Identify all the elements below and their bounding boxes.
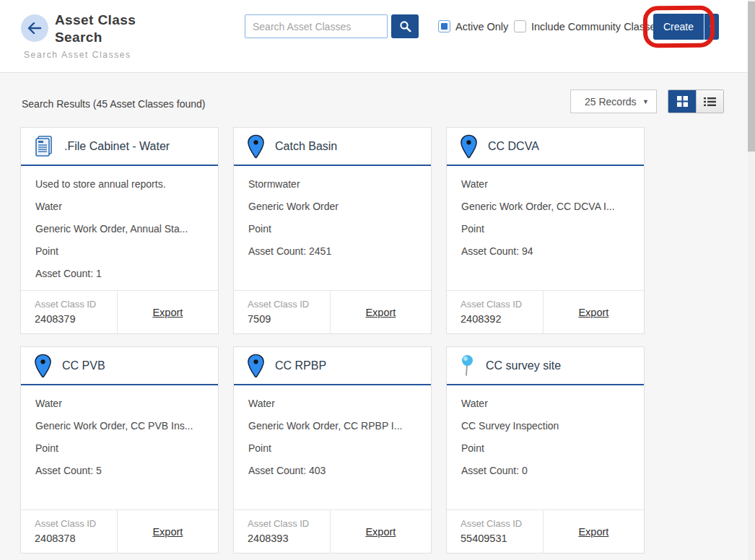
asset-class-id-value: 2408379 xyxy=(35,312,117,327)
push-pin-icon xyxy=(460,354,476,378)
map-pin-icon xyxy=(460,134,478,159)
scrollbar-thumb[interactable] xyxy=(748,1,755,152)
card-geometry: Point xyxy=(461,442,629,455)
card-domain: Water xyxy=(35,397,204,410)
card-header: CC RPBP xyxy=(234,347,431,385)
asset-class-id-cell: Asset Class ID 2408393 xyxy=(234,510,331,553)
card-asset-count: Asset Count: 2451 xyxy=(248,245,416,258)
card-templates: Generic Work Order, CC RPBP I... xyxy=(248,419,416,432)
asset-class-card[interactable]: .File Cabinet - Water Used to store annu… xyxy=(20,127,219,334)
records-select-value: 25 Records xyxy=(585,96,637,108)
card-domain: Stormwater xyxy=(248,178,416,191)
card-title: CC PVB xyxy=(62,359,105,372)
asset-class-id-label: Asset Class ID xyxy=(35,297,117,312)
card-asset-count: Asset Count: 1 xyxy=(35,267,204,280)
view-toggle xyxy=(668,89,724,113)
create-dropdown-button[interactable]: ▼ xyxy=(704,14,719,40)
export-cell: Export xyxy=(544,291,644,333)
page-title: Asset Class Search xyxy=(55,12,149,46)
export-link[interactable]: Export xyxy=(365,307,396,318)
card-header: .File Cabinet - Water xyxy=(21,128,218,166)
map-pin-icon xyxy=(247,354,265,378)
card-body: Used to store annual reports. Water Gene… xyxy=(21,166,218,290)
card-domain: Water xyxy=(461,178,629,191)
include-community-label: Include Community Classes xyxy=(531,21,661,32)
export-cell: Export xyxy=(331,510,431,553)
asset-class-id-value: 2408378 xyxy=(35,531,117,546)
search-input[interactable] xyxy=(245,14,388,38)
map-pin-icon xyxy=(247,134,265,159)
card-footer: Asset Class ID 55409531 Export xyxy=(447,509,644,553)
asset-class-id-value: 55409531 xyxy=(461,531,543,546)
asset-class-card[interactable]: CC survey site Water CC Survey Inspectio… xyxy=(446,346,645,554)
asset-class-id-cell: Asset Class ID 55409531 xyxy=(447,510,544,553)
card-footer: Asset Class ID 2408379 Export xyxy=(21,290,218,333)
export-link[interactable]: Export xyxy=(152,307,183,318)
active-only-label: Active Only xyxy=(455,21,508,32)
card-title: CC survey site xyxy=(486,359,561,372)
scrollbar-track[interactable] xyxy=(748,0,755,560)
asset-class-id-label: Asset Class ID xyxy=(35,517,117,531)
card-body: Water Generic Work Order, CC DCVA I... P… xyxy=(447,166,644,290)
results-summary: Search Results (45 Asset Classes found) xyxy=(22,98,205,110)
create-split-button: Create ▼ xyxy=(653,14,719,40)
asset-class-id-cell: Asset Class ID 2408379 xyxy=(21,291,118,333)
app-header: Asset Class Search Search Asset Classes … xyxy=(0,0,748,73)
export-link[interactable]: Export xyxy=(578,526,608,538)
back-arrow-icon xyxy=(27,22,42,34)
search-button[interactable] xyxy=(391,14,419,38)
card-asset-count: Asset Count: 5 xyxy=(35,464,204,477)
asset-class-card[interactable]: CC RPBP Water Generic Work Order, CC RPB… xyxy=(233,346,432,554)
card-geometry: Point xyxy=(461,222,629,235)
card-geometry: Point xyxy=(248,222,416,235)
card-templates: CC Survey Inspection xyxy=(461,419,629,432)
include-community-checkbox[interactable] xyxy=(514,20,526,32)
asset-class-id-cell: Asset Class ID 2408378 xyxy=(21,510,118,553)
asset-class-card[interactable]: CC DCVA Water Generic Work Order, CC DCV… xyxy=(446,127,645,334)
card-templates: Generic Work Order xyxy=(248,200,416,213)
card-title: .File Cabinet - Water xyxy=(64,140,170,153)
asset-class-id-value: 2408392 xyxy=(461,312,543,327)
chevron-down-icon: ▼ xyxy=(709,24,715,31)
create-button[interactable]: Create xyxy=(653,14,704,40)
export-cell: Export xyxy=(118,291,218,333)
search-results-grid: .File Cabinet - Water Used to store annu… xyxy=(20,127,645,554)
asset-class-id-cell: Asset Class ID 2408392 xyxy=(447,291,544,333)
card-title: CC RPBP xyxy=(275,359,326,372)
back-button[interactable] xyxy=(21,14,48,42)
export-link[interactable]: Export xyxy=(152,526,183,538)
card-header: CC DCVA xyxy=(447,128,644,166)
card-templates: Generic Work Order, CC DCVA I... xyxy=(461,200,629,213)
card-header: CC survey site xyxy=(447,347,644,385)
card-body: Stormwater Generic Work Order Point Asse… xyxy=(234,166,431,290)
card-templates: Generic Work Order, Annual Sta... xyxy=(35,222,204,235)
grid-view-icon xyxy=(677,96,688,107)
asset-class-card[interactable]: CC PVB Water Generic Work Order, CC PVB … xyxy=(20,346,219,554)
asset-class-id-value: 7509 xyxy=(248,312,330,327)
active-only-checkbox[interactable] xyxy=(438,20,450,32)
export-link[interactable]: Export xyxy=(578,307,608,318)
asset-class-id-label: Asset Class ID xyxy=(461,297,543,312)
grid-view-button[interactable] xyxy=(668,90,696,113)
card-title: CC DCVA xyxy=(488,140,539,153)
card-footer: Asset Class ID 7509 Export xyxy=(234,290,431,333)
asset-class-id-label: Asset Class ID xyxy=(248,297,330,312)
card-geometry: Point xyxy=(248,442,416,455)
export-link[interactable]: Export xyxy=(365,526,396,538)
search-icon xyxy=(399,20,411,32)
card-asset-count: Asset Count: 94 xyxy=(461,245,629,258)
card-asset-count: Asset Count: 403 xyxy=(248,464,416,477)
checkbox-fill xyxy=(441,23,448,30)
list-view-button[interactable] xyxy=(696,90,723,113)
card-header: CC PVB xyxy=(21,347,218,385)
card-footer: Asset Class ID 2408393 Export xyxy=(234,509,431,553)
card-asset-count: Asset Count: 0 xyxy=(461,464,629,477)
asset-class-id-value: 2408393 xyxy=(248,531,330,546)
records-select[interactable]: 25 Records ▼ xyxy=(570,89,657,113)
map-pin-icon xyxy=(34,354,52,378)
card-body: Water CC Survey Inspection Point Asset C… xyxy=(447,385,644,509)
export-cell: Export xyxy=(331,291,431,333)
asset-class-card[interactable]: Catch Basin Stormwater Generic Work Orde… xyxy=(233,127,432,334)
card-footer: Asset Class ID 2408378 Export xyxy=(21,509,218,553)
card-domain: Water xyxy=(248,397,416,410)
